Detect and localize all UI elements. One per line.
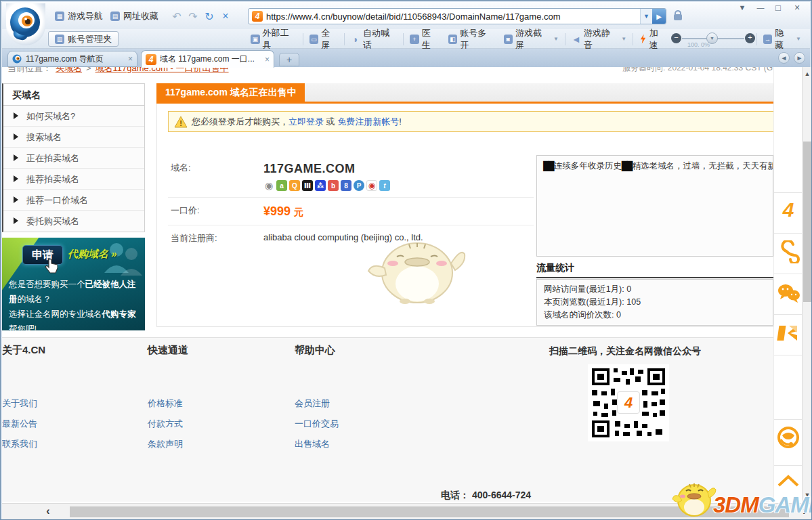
eye-icon[interactable]: ◉ bbox=[263, 180, 274, 191]
footer-col-title: 帮助中心 bbox=[295, 344, 335, 357]
url-dropdown-icon[interactable]: ▼ bbox=[640, 9, 652, 24]
share-icons: ◉ a Q Ⅲ ⁂ b 8 P ◉ t bbox=[263, 180, 390, 191]
forward-icon[interactable]: ↷ bbox=[185, 10, 201, 23]
external-tools-button[interactable]: ▣ 外部工具 bbox=[246, 32, 301, 47]
scroll-right-icon[interactable]: › bbox=[798, 505, 811, 519]
seller-notice: ██连续多年收录历史██精选老域名，过墙，无拦截，天天有新货 bbox=[536, 155, 773, 257]
alexa-icon[interactable]: a bbox=[276, 180, 287, 191]
sidebar-item-recommended-bin[interactable]: 推荐一口价域名 bbox=[3, 190, 144, 211]
weibo-icon[interactable]: ◉ bbox=[366, 180, 377, 191]
doctor-button[interactable]: + 医生 bbox=[405, 32, 444, 47]
close-button[interactable]: × bbox=[790, 2, 805, 13]
sidebar-item-how-to-buy[interactable]: 如何买域名? bbox=[3, 106, 144, 127]
link-curl-icon[interactable] bbox=[774, 240, 803, 266]
scroll-left-icon[interactable]: ‹ bbox=[36, 505, 60, 519]
pagerank-icon[interactable]: 8 bbox=[341, 180, 351, 191]
slider-plus-icon[interactable]: + bbox=[745, 33, 755, 43]
minimize-button[interactable]: — bbox=[753, 2, 768, 13]
back-to-top-icon[interactable] bbox=[774, 473, 803, 491]
baidu-b-icon[interactable]: b bbox=[328, 180, 339, 191]
back-icon[interactable]: ↶ bbox=[169, 10, 185, 23]
chick-mascot bbox=[358, 231, 476, 304]
login-link[interactable]: 立即登录 bbox=[289, 116, 324, 127]
footer-link-contact[interactable]: 联系我们 bbox=[2, 438, 37, 450]
url-text[interactable]: https://www.4.cn/buynow/detail/bid/11056… bbox=[266, 12, 640, 22]
archive-icon[interactable]: Ⅲ bbox=[302, 180, 313, 191]
game-screenshot-button[interactable]: ◙ 游戏截屏 ▼ bbox=[499, 32, 563, 47]
traffic-stats-title: 流量统计 bbox=[536, 262, 773, 278]
scrollbar-thumb[interactable] bbox=[70, 506, 789, 517]
vertical-scrollbar[interactable]: ▲ ▼ bbox=[802, 67, 811, 503]
address-bar[interactable]: 4 https://www.4.cn/buynow/detail/bid/110… bbox=[248, 8, 666, 24]
4cn-logo-icon[interactable]: 4 bbox=[774, 198, 803, 221]
auto-shout-button[interactable]: ◗ 自动喊话 bbox=[346, 32, 402, 47]
footer-link-sell-domain[interactable]: 出售域名 bbox=[295, 438, 330, 450]
footer-link-payment[interactable]: 付款方式 bbox=[148, 418, 183, 430]
footer-link-terms[interactable]: 条款声明 bbox=[148, 438, 183, 450]
login-warning: ! 您必须登录后才能购买，立即登录 或 免费注册新帐号! bbox=[168, 111, 774, 132]
customer-service-icon[interactable] bbox=[774, 425, 803, 453]
fullscreen-button[interactable]: ▭ 全屏 bbox=[305, 32, 343, 47]
breadcrumb-link-buy[interactable]: 买域名 bbox=[56, 67, 82, 73]
browser-logo[interactable] bbox=[6, 3, 45, 45]
account-manager-button[interactable]: ▥ 账号管理夹 bbox=[48, 31, 119, 47]
chevron-down-icon: ▼ bbox=[621, 36, 626, 42]
browser-titlebar: ▦ 游戏导航 ▤ 网址收藏 ↶ ↷ ↻ × 4 https://www.4.cn… bbox=[2, 2, 810, 29]
scroll-up-icon[interactable]: ▲ bbox=[803, 68, 811, 79]
pr-query-icon[interactable]: P bbox=[354, 180, 364, 191]
sidebar-item-recommended-auction[interactable]: 推荐拍卖域名 bbox=[3, 169, 144, 190]
hide-button[interactable]: → 隐藏 ▼ bbox=[758, 32, 806, 47]
tab-close-icon[interactable]: × bbox=[128, 54, 133, 64]
stat-pageviews: 本页浏览数(最近1月): 105 bbox=[544, 296, 766, 309]
baidu-icon[interactable]: ⁂ bbox=[315, 180, 326, 191]
tab-close-icon[interactable]: × bbox=[265, 55, 270, 64]
table-row: 当前注册商: alibaba cloud computing (beijing)… bbox=[168, 225, 534, 251]
kuaishou-icon[interactable] bbox=[774, 323, 803, 346]
breadcrumb-link-domain[interactable]: 域名117game.com - 一口价出售中 bbox=[95, 67, 229, 73]
register-link[interactable]: 免费注册新帐号 bbox=[337, 116, 399, 127]
multi-account-button[interactable]: ◧ 账号多开 bbox=[444, 32, 499, 47]
folder-icon: ▤ bbox=[110, 12, 120, 21]
accelerate-button[interactable]: 加速 bbox=[635, 32, 671, 47]
speed-slider[interactable]: − ▼ 100. 0% + bbox=[671, 29, 755, 49]
twitter-icon[interactable]: t bbox=[379, 180, 390, 191]
warning-icon: ! bbox=[174, 116, 188, 128]
refresh-icon[interactable]: ↻ bbox=[201, 10, 217, 23]
scroll-down-icon[interactable]: ▼ bbox=[803, 490, 811, 500]
sidebar-item-auction-now[interactable]: 正在拍卖域名 bbox=[3, 148, 144, 169]
footer-link-announcements[interactable]: 最新公告 bbox=[2, 418, 37, 430]
game-nav-button[interactable]: ▦ 游戏导航 bbox=[49, 9, 108, 24]
game-mute-button[interactable]: ◄ 游戏静音 ▼ bbox=[567, 32, 631, 47]
maximize-button[interactable]: □ bbox=[771, 2, 786, 13]
wechat-icon[interactable] bbox=[774, 282, 803, 307]
sidebar-item-search-domain[interactable]: 搜索域名 bbox=[3, 127, 144, 148]
tab-scroll-left-icon[interactable]: ◄ bbox=[778, 52, 790, 64]
horizontal-scrollbar[interactable]: ‹ › bbox=[2, 503, 811, 519]
table-row: 一口价: ¥999 元 bbox=[168, 197, 534, 225]
people-icon: ◧ bbox=[448, 35, 458, 44]
go-button[interactable]: ▶ bbox=[652, 9, 666, 24]
breadcrumb: 当前位置：买域名>域名117game.com - 一口价出售中 服务器时间: 2… bbox=[2, 67, 773, 78]
tab-scroll-right-icon[interactable]: ► bbox=[794, 52, 805, 64]
page-footer: 关于4.CN 快速通道 帮助中心 关于我们 最新公告 联系我们 价格标准 付款方… bbox=[2, 337, 774, 502]
sidebar-item-entrust-buy[interactable]: 委托购买域名 bbox=[3, 211, 144, 232]
monitor-icon: ▣ bbox=[251, 35, 260, 44]
new-tab-button[interactable]: + bbox=[279, 53, 299, 66]
bookmarks-button[interactable]: ▤ 网址收藏 bbox=[105, 9, 164, 24]
window-menu-icon[interactable]: ▼ bbox=[737, 2, 748, 13]
footer-link-about[interactable]: 关于我们 bbox=[2, 397, 37, 410]
buy-now-price: ¥999 元 bbox=[263, 204, 303, 219]
site-favicon: 4 bbox=[252, 11, 263, 22]
tab-domain-sale[interactable]: 4 域名 117game.com 一口... × bbox=[141, 50, 274, 68]
footer-link-register[interactable]: 会员注册 bbox=[295, 397, 330, 410]
broker-promo-banner[interactable]: 申请 代购域名 » 您是否想要购买一个已经被他人注册的域名？ 选择让金名网的专业… bbox=[2, 238, 145, 330]
footer-link-bin-trade[interactable]: 一口价交易 bbox=[295, 418, 339, 430]
search-icon[interactable]: Q bbox=[289, 180, 300, 191]
footer-link-pricing[interactable]: 价格标准 bbox=[148, 397, 183, 410]
medical-cross-icon: + bbox=[410, 35, 419, 44]
slider-minus-icon[interactable]: − bbox=[671, 33, 681, 43]
scrollbar-thumb[interactable] bbox=[803, 142, 811, 302]
game-toolbar: ▥ 账号管理夹 ▣ 外部工具 ▭ 全屏 ◗ 自动喊话 + 医生 ◧ 账号多开 bbox=[2, 29, 810, 49]
tab-nav-page[interactable]: 117game.com 导航页 × bbox=[7, 51, 137, 67]
stop-icon[interactable]: × bbox=[217, 10, 234, 22]
